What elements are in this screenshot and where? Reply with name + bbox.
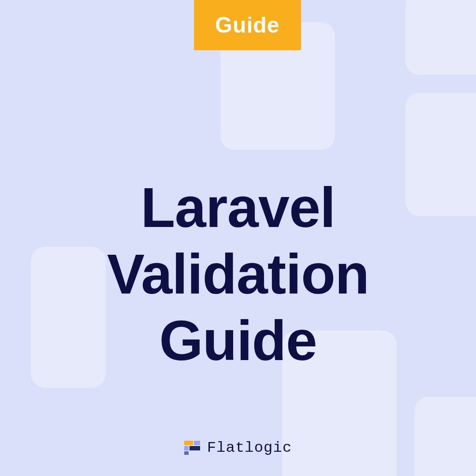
title-line: Validation (0, 241, 476, 307)
brand-name: Flatlogic (207, 439, 292, 456)
title-line: Laravel (0, 174, 476, 241)
bg-decoration (414, 397, 476, 476)
category-badge: Guide (194, 0, 301, 50)
svg-rect-1 (194, 441, 200, 445)
brand-container: Flatlogic (0, 439, 476, 456)
title-line: Guide (0, 307, 476, 374)
brand-logo-icon (184, 440, 200, 456)
svg-rect-0 (184, 441, 193, 445)
svg-rect-3 (190, 446, 200, 450)
svg-rect-2 (184, 446, 189, 450)
bg-decoration (405, 0, 476, 75)
badge-label: Guide (215, 13, 280, 37)
main-title: Laravel Validation Guide (0, 174, 476, 374)
svg-rect-4 (184, 451, 189, 455)
